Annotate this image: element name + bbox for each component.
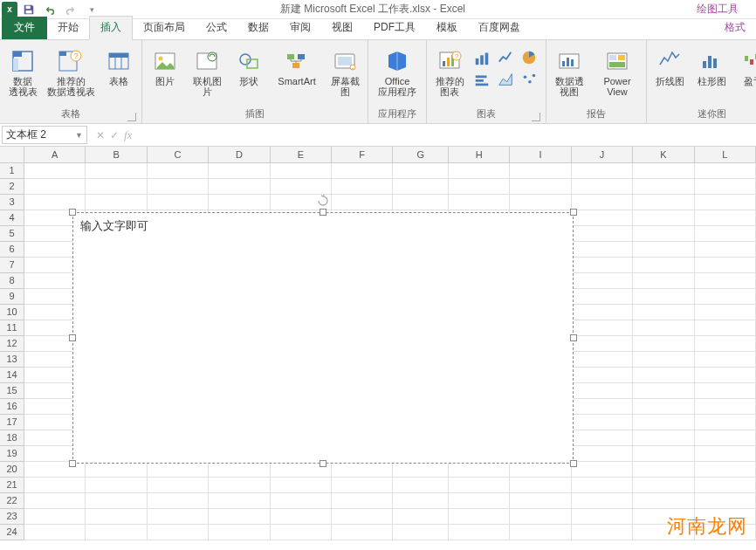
cell-G1[interactable]: [393, 163, 449, 179]
cell-L21[interactable]: [695, 478, 756, 493]
cell-J18[interactable]: [572, 430, 633, 446]
col-header-D[interactable]: D: [209, 147, 270, 163]
cell-K3[interactable]: [633, 195, 694, 210]
cell-J8[interactable]: [572, 273, 633, 289]
cell-L18[interactable]: [695, 430, 756, 446]
row-header-13[interactable]: 13: [0, 352, 24, 368]
cell-J6[interactable]: [572, 242, 633, 258]
cell-K12[interactable]: [633, 336, 694, 352]
cell-C23[interactable]: [148, 509, 209, 525]
cell-D24[interactable]: [209, 525, 270, 540]
cell-A22[interactable]: [24, 493, 86, 509]
cell-K2[interactable]: [633, 179, 694, 195]
cell-L15[interactable]: [695, 383, 756, 399]
dialog-launcher-icon[interactable]: [532, 113, 540, 121]
cell-D3[interactable]: [209, 195, 270, 210]
col-header-C[interactable]: C: [148, 147, 209, 163]
cell-J9[interactable]: [572, 289, 633, 305]
cell-K4[interactable]: [633, 210, 694, 226]
cell-H21[interactable]: [449, 478, 510, 493]
cell-J15[interactable]: [572, 383, 633, 399]
resize-handle-tr[interactable]: [570, 209, 577, 216]
cell-K22[interactable]: [633, 493, 694, 509]
row-header-1[interactable]: 1: [0, 163, 24, 179]
cell-D20[interactable]: [209, 462, 270, 478]
tab-视图[interactable]: 视图: [321, 17, 363, 39]
cell-E1[interactable]: [271, 163, 332, 179]
cell-K19[interactable]: [633, 446, 694, 462]
cell-L14[interactable]: [695, 368, 756, 383]
cell-J16[interactable]: [572, 399, 633, 415]
resize-handle-ml[interactable]: [69, 334, 76, 341]
cell-K15[interactable]: [633, 383, 694, 399]
cell-I23[interactable]: [510, 509, 571, 525]
cell-J13[interactable]: [572, 352, 633, 368]
tab-format-context[interactable]: 格式: [714, 17, 756, 39]
cell-L12[interactable]: [695, 336, 756, 352]
cell-L9[interactable]: [695, 289, 756, 305]
cell-A2[interactable]: [24, 179, 86, 195]
cell-E2[interactable]: [271, 179, 332, 195]
chart-type-btn-3[interactable]: [472, 70, 491, 89]
tab-PDF工具[interactable]: PDF工具: [363, 17, 426, 39]
cell-K17[interactable]: [633, 415, 694, 430]
cell-G22[interactable]: [393, 493, 449, 509]
select-all-corner[interactable]: [0, 147, 24, 163]
row-header-11[interactable]: 11: [0, 320, 24, 336]
chart-type-btn-2[interactable]: [519, 48, 539, 67]
chart-type-btn-0[interactable]: [472, 48, 491, 67]
cell-H2[interactable]: [449, 179, 510, 195]
cell-L11[interactable]: [695, 320, 756, 336]
cell-F21[interactable]: [332, 478, 393, 493]
cell-C24[interactable]: [148, 525, 209, 540]
cell-H23[interactable]: [449, 509, 510, 525]
cell-G20[interactable]: [393, 462, 449, 478]
cell-K21[interactable]: [633, 478, 694, 493]
cell-B3[interactable]: [86, 195, 147, 210]
cell-J24[interactable]: [572, 525, 633, 540]
redo-button[interactable]: [61, 1, 80, 18]
resize-handle-bl[interactable]: [69, 460, 76, 467]
cell-L5[interactable]: [695, 226, 756, 242]
ribbon-btn-数据透视图[interactable]: 数据透视图: [550, 45, 588, 99]
cell-I24[interactable]: [510, 525, 571, 540]
cell-L1[interactable]: [695, 163, 756, 179]
cell-L10[interactable]: [695, 305, 756, 320]
cell-C21[interactable]: [148, 478, 209, 493]
cell-H24[interactable]: [449, 525, 510, 540]
col-header-H[interactable]: H: [449, 147, 510, 163]
row-header-19[interactable]: 19: [0, 446, 24, 462]
col-header-F[interactable]: F: [332, 147, 393, 163]
cell-G23[interactable]: [393, 509, 449, 525]
cell-H22[interactable]: [449, 493, 510, 509]
cell-K10[interactable]: [633, 305, 694, 320]
ribbon-btn-表格[interactable]: 表格: [100, 45, 138, 88]
fx-icon[interactable]: fx: [124, 128, 132, 142]
cell-C3[interactable]: [148, 195, 209, 210]
cell-J5[interactable]: [572, 226, 633, 242]
ribbon-btn-图片[interactable]: 图片: [146, 45, 184, 88]
ribbon-btn-数据透视表[interactable]: 数据 透视表: [3, 45, 42, 99]
cell-J1[interactable]: [572, 163, 633, 179]
row-header-2[interactable]: 2: [0, 179, 24, 195]
cell-F24[interactable]: [332, 525, 393, 540]
cell-J10[interactable]: [572, 305, 633, 320]
row-header-3[interactable]: 3: [0, 195, 24, 210]
cell-I20[interactable]: [510, 462, 571, 478]
cell-K7[interactable]: [633, 258, 694, 273]
cell-I3[interactable]: [510, 195, 571, 210]
cell-K5[interactable]: [633, 226, 694, 242]
resize-handle-tl[interactable]: [69, 209, 76, 216]
cell-L19[interactable]: [695, 446, 756, 462]
cell-K20[interactable]: [633, 462, 694, 478]
chart-type-btn-5[interactable]: [519, 70, 539, 89]
cell-J23[interactable]: [572, 509, 633, 525]
col-header-L[interactable]: L: [695, 147, 756, 163]
row-header-21[interactable]: 21: [0, 478, 24, 493]
row-header-20[interactable]: 20: [0, 462, 24, 478]
col-header-J[interactable]: J: [572, 147, 633, 163]
cell-L3[interactable]: [695, 195, 756, 210]
cell-B24[interactable]: [86, 525, 147, 540]
cell-B1[interactable]: [86, 163, 147, 179]
cell-L13[interactable]: [695, 352, 756, 368]
